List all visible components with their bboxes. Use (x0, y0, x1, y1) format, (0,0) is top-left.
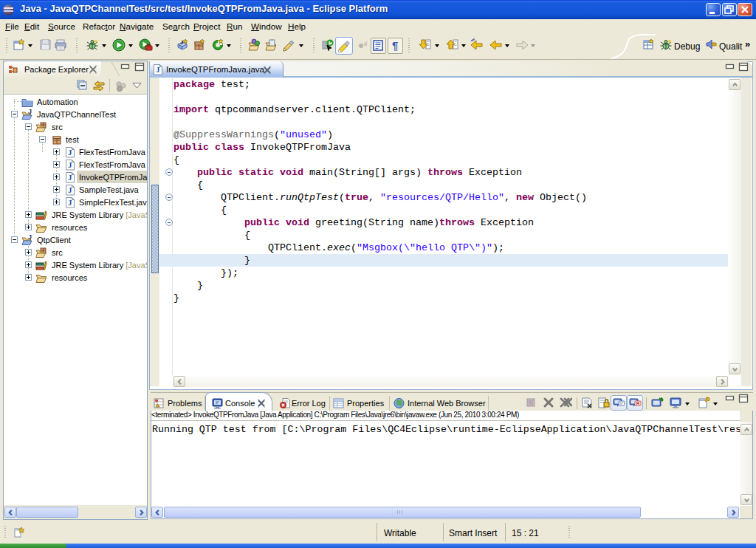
svg-text:J: J (68, 185, 72, 194)
svg-text:J: J (156, 65, 160, 74)
svg-text:J: J (180, 39, 183, 46)
svg-text:J: J (68, 160, 72, 169)
svg-text:J: J (68, 148, 72, 157)
svg-text:J: J (68, 198, 72, 207)
svg-text:J: J (68, 173, 72, 182)
